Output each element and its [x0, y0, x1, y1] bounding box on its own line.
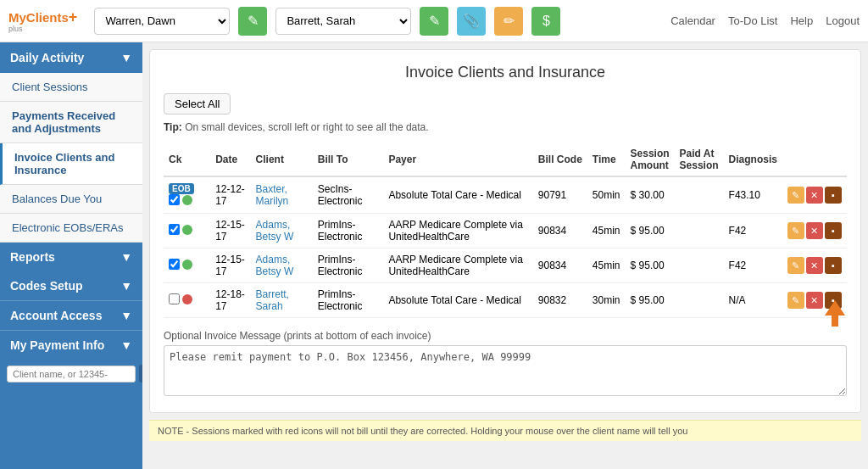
- cell-bill-to: PrimIns-Electronic: [313, 283, 384, 318]
- col-bill-to: Bill To: [313, 143, 384, 176]
- account-label: Account Access: [10, 309, 102, 322]
- row-checkbox[interactable]: [169, 293, 180, 304]
- client2-edit-button[interactable]: ✎: [420, 7, 448, 36]
- sidebar-item-payments[interactable]: Payments Received and Adjustments: [0, 102, 142, 143]
- cell-time: 30min: [587, 283, 626, 318]
- edit-icon[interactable]: ✎: [787, 222, 804, 239]
- codes-label: Codes Setup: [10, 279, 83, 293]
- row-checkbox[interactable]: [169, 194, 180, 205]
- cell-session-amount: $ 95.00: [626, 214, 675, 248]
- tip-text: Tip: On small devices, scroll left or ri…: [164, 121, 847, 133]
- client2-pencil-button[interactable]: ✏: [494, 7, 523, 36]
- cell-bill-code: 90791: [533, 176, 587, 214]
- cell-ck: EOB: [164, 176, 210, 214]
- cell-payer: Absolute Total Care - Medical: [383, 283, 532, 318]
- cell-bill-to: SecIns-Electronic: [313, 176, 384, 214]
- logout-link[interactable]: Logout: [826, 14, 860, 27]
- sidebar-item-eobs[interactable]: Electronic EOBs/ERAs: [0, 214, 142, 243]
- cell-actions: ✎ ✕ ▪: [782, 176, 847, 214]
- cell-client: Adams, Betsy W: [251, 248, 313, 283]
- layout: Daily Activity ▼ Client Sessions Payment…: [0, 42, 868, 469]
- cell-diagnosis: F43.10: [724, 176, 782, 214]
- payment-label: My Payment Info: [10, 338, 104, 352]
- balances-label: Balances Due You: [12, 193, 102, 205]
- cell-paid-at-session: [675, 176, 724, 214]
- content-area: Invoice Clients and Insurance Select All…: [149, 49, 861, 413]
- calendar-link[interactable]: Calendar: [670, 14, 715, 27]
- main-content: Invoice Clients and Insurance Select All…: [142, 42, 868, 469]
- reports-label: Reports: [10, 250, 55, 264]
- daily-activity-chevron: ▼: [120, 51, 132, 64]
- client-link[interactable]: Adams, Betsy W: [256, 219, 294, 243]
- cell-ck: [164, 214, 210, 248]
- edit-icon[interactable]: ✎: [787, 257, 804, 274]
- cell-ck: [164, 248, 210, 283]
- invoice-message-label: Optional Invoice Message (prints at bott…: [164, 330, 847, 342]
- cell-diagnosis: F42: [724, 248, 782, 283]
- account-chevron: ▼: [120, 309, 132, 322]
- logo-text: MyClients: [8, 10, 69, 25]
- sidebar-account-access[interactable]: Account Access ▼: [0, 300, 142, 330]
- delete-icon[interactable]: ✕: [806, 292, 823, 309]
- invoice-label: Invoice Clients and Insurance: [14, 151, 114, 176]
- sidebar-item-invoice[interactable]: Invoice Clients and Insurance: [0, 143, 142, 185]
- client2-attach-button[interactable]: 📎: [457, 7, 486, 36]
- cell-diagnosis: N/A: [724, 283, 782, 318]
- delete-icon[interactable]: ✕: [806, 187, 823, 204]
- delete-icon[interactable]: ✕: [806, 257, 823, 274]
- cell-client: Adams, Betsy W: [251, 214, 313, 248]
- cell-ck: [164, 283, 210, 318]
- client-link[interactable]: Barrett, Sarah: [256, 288, 289, 312]
- sidebar-search-area: 🔍: [0, 360, 142, 388]
- cell-bill-code: 90834: [533, 248, 587, 283]
- sidebar: Daily Activity ▼ Client Sessions Payment…: [0, 42, 142, 469]
- cell-session-amount: $ 95.00: [626, 283, 675, 318]
- payment-chevron: ▼: [120, 338, 132, 352]
- table-row: EOB 12-12-17 Baxter, Marilyn SecIns-Elec…: [164, 176, 847, 214]
- sidebar-search-input[interactable]: [7, 366, 136, 382]
- sidebar-reports-header[interactable]: Reports ▼: [0, 243, 142, 271]
- action-icons: ✎ ✕ ▪: [787, 222, 842, 239]
- delete-icon[interactable]: ✕: [806, 222, 823, 239]
- table-row: 12-18-17 Barrett, Sarah PrimIns-Electron…: [164, 283, 847, 318]
- sidebar-item-balances[interactable]: Balances Due You: [0, 185, 142, 214]
- col-time: Time: [587, 143, 626, 176]
- cell-time: 45min: [587, 214, 626, 248]
- action-icons: ✎ ✕ ▪: [787, 257, 842, 274]
- invoice-message-textarea[interactable]: [164, 345, 847, 396]
- edit-icon[interactable]: ✎: [787, 187, 804, 204]
- edit-icon[interactable]: ✎: [787, 292, 804, 309]
- client1-edit-button[interactable]: ✎: [238, 7, 267, 36]
- daily-activity-header[interactable]: Daily Activity ▼: [0, 42, 142, 73]
- row-checkbox[interactable]: [169, 259, 180, 270]
- client1-select[interactable]: Warren, Dawn: [94, 8, 230, 35]
- note-bar: NOTE - Sessions marked with red icons wi…: [149, 420, 861, 441]
- cell-date: 12-12-17: [210, 176, 250, 214]
- client-link[interactable]: Baxter, Marilyn: [256, 183, 289, 207]
- codes-chevron: ▼: [120, 279, 132, 293]
- client2-dollar-button[interactable]: $: [531, 7, 560, 36]
- cell-date: 12-15-17: [210, 248, 250, 283]
- sidebar-codes-header[interactable]: Codes Setup ▼: [0, 271, 142, 300]
- sidebar-payment-info[interactable]: My Payment Info ▼: [0, 330, 142, 360]
- header: MyClients+ plus Warren, Dawn ✎ Barrett, …: [0, 0, 868, 42]
- select-all-button[interactable]: Select All: [164, 93, 231, 114]
- doc-icon[interactable]: ▪: [825, 187, 842, 204]
- sidebar-item-client-sessions[interactable]: Client Sessions: [0, 73, 142, 102]
- row-checkbox[interactable]: [169, 224, 180, 235]
- cell-time: 50min: [587, 176, 626, 214]
- cell-client: Barrett, Sarah: [251, 283, 313, 318]
- logo: MyClients+ plus: [8, 8, 77, 33]
- action-icons: ✎ ✕ ▪: [787, 187, 842, 204]
- cell-diagnosis: F42: [724, 214, 782, 248]
- cell-actions: ✎ ✕ ▪: [782, 248, 847, 283]
- todo-link[interactable]: To-Do List: [728, 14, 778, 27]
- doc-icon[interactable]: ▪: [825, 257, 842, 274]
- help-link[interactable]: Help: [790, 14, 813, 27]
- client-link[interactable]: Adams, Betsy W: [256, 254, 294, 277]
- client2-select[interactable]: Barrett, Sarah: [275, 8, 411, 35]
- doc-icon[interactable]: ▪: [825, 222, 842, 239]
- col-client: Client: [251, 143, 313, 176]
- cell-paid-at-session: [675, 283, 724, 318]
- cell-session-amount: $ 30.00: [626, 176, 675, 214]
